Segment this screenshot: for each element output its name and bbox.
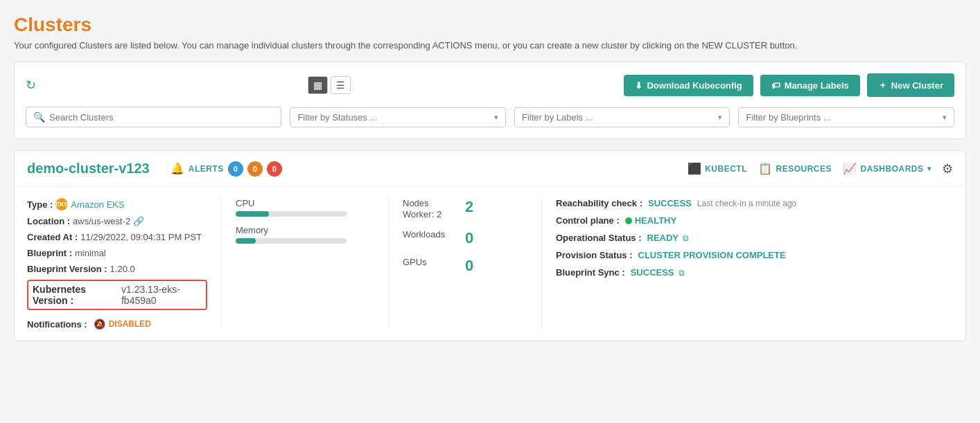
cluster-actions: ⬛ KUBECTL 📋 RESOURCES 📈 DASHBOARDS ▾ ⚙ — [688, 161, 953, 177]
page-title: Clusters — [14, 14, 966, 36]
notification-off-icon: 🔕 — [94, 318, 105, 330]
cluster-info-col: Type : EKS Amazon EKS Location : aws/us-… — [27, 198, 207, 330]
operational-status-row: Operational Status : READY ⧉ — [556, 233, 953, 243]
grid-view-icon: ▦ — [313, 80, 322, 91]
memory-metric: Memory — [236, 225, 374, 244]
k8s-version-row: Kubernetes Version : v1.23.13-eks-fb459a… — [27, 280, 207, 310]
alert-badge-orange[interactable]: 0 — [247, 161, 263, 177]
alerts-label: ALERTS — [189, 164, 224, 174]
list-view-button[interactable]: ☰ — [331, 76, 351, 94]
cluster-name: demo-cluster-v123 — [27, 161, 150, 177]
memory-progress-bar — [236, 238, 347, 244]
plus-icon: ＋ — [878, 79, 887, 91]
blueprint-sync-row: Blueprint Sync : SUCCESS ⧉ — [556, 267, 953, 278]
blueprint-row: Blueprint : minimal — [27, 248, 207, 258]
manage-labels-button[interactable]: 🏷 Manage Labels — [760, 75, 860, 96]
stats-section: Nodes Worker: 2 2 Workloads 0 GPUs 0 — [403, 198, 527, 275]
location-row: Location : aws/us-west-2 🔗 — [27, 216, 207, 226]
controls-card: ↻ ▦ ☰ ⬇ Download Kubeconfig 🏷 Manage Lab… — [14, 62, 966, 139]
search-icon: 🔍 — [33, 111, 45, 123]
chevron-down-icon: ▾ — [943, 113, 947, 122]
chevron-down-icon: ▾ — [494, 113, 498, 122]
divider-2 — [388, 198, 389, 330]
list-view-icon: ☰ — [336, 80, 345, 91]
cluster-status-col: Reachability check : SUCCESS Last check-… — [556, 198, 953, 330]
settings-icon[interactable]: ⚙ — [942, 161, 953, 177]
cluster-stats-col: Nodes Worker: 2 2 Workloads 0 GPUs 0 — [403, 198, 527, 330]
provision-status-row: Provision Status : CLUSTER PROVISION COM… — [556, 250, 953, 260]
cluster-card: demo-cluster-v123 🔔 ALERTS 0 0 0 ⬛ KUBEC… — [14, 150, 966, 341]
chart-icon: 📈 — [843, 162, 857, 175]
divider-3 — [541, 198, 542, 330]
memory-progress-fill — [236, 238, 256, 244]
labels-filter[interactable]: Filter by Labels ... ▾ — [514, 107, 730, 127]
chevron-down-icon: ▾ — [927, 165, 931, 172]
cpu-progress-fill — [236, 211, 269, 217]
blueprint-sync-link-icon[interactable]: ⧉ — [679, 268, 685, 278]
new-cluster-button[interactable]: ＋ New Cluster — [867, 73, 954, 97]
bell-icon: 🔔 — [170, 162, 184, 175]
terminal-icon: ⬛ — [688, 162, 702, 175]
operational-status-link-icon[interactable]: ⧉ — [683, 233, 689, 243]
kubectl-link[interactable]: ⬛ KUBECTL — [688, 162, 747, 175]
nodes-stat: Nodes Worker: 2 2 — [403, 198, 527, 219]
resources-link[interactable]: 📋 RESOURCES — [758, 162, 832, 175]
blueprints-filter[interactable]: Filter by Blueprints ... ▾ — [738, 107, 954, 127]
download-kubeconfig-button[interactable]: ⬇ Download Kubeconfig — [624, 75, 753, 96]
page-subtitle: Your configured Clusters are listed belo… — [14, 40, 966, 51]
divider-1 — [221, 198, 222, 330]
grid-view-button[interactable]: ▦ — [308, 76, 328, 94]
alert-badge-blue[interactable]: 0 — [228, 161, 243, 177]
status-section: Reachability check : SUCCESS Last check-… — [556, 198, 953, 278]
alert-badge-red[interactable]: 0 — [267, 161, 282, 177]
search-box[interactable]: 🔍 — [26, 107, 281, 127]
cpu-progress-bar — [236, 211, 347, 217]
location-link-icon[interactable]: 🔗 — [133, 216, 144, 226]
reachability-row: Reachability check : SUCCESS Last check-… — [556, 198, 953, 208]
download-icon: ⬇ — [635, 80, 642, 91]
status-filter[interactable]: Filter by Statuses ... ▾ — [290, 107, 506, 127]
eks-icon: EKS — [55, 198, 68, 210]
cluster-body: Type : EKS Amazon EKS Location : aws/us-… — [15, 187, 965, 341]
chevron-down-icon: ▾ — [718, 113, 722, 122]
workloads-stat: Workloads 0 — [403, 229, 527, 247]
control-plane-row: Control plane : HEALTHY — [556, 215, 953, 226]
cluster-header: demo-cluster-v123 🔔 ALERTS 0 0 0 ⬛ KUBEC… — [15, 151, 965, 187]
refresh-button[interactable]: ↻ — [26, 78, 36, 93]
health-dot — [625, 217, 632, 224]
resources-icon: 📋 — [758, 162, 773, 175]
created-row: Created At : 11/29/2022, 09:04:31 PM PST — [27, 232, 207, 242]
bp-version-row: Blueprint Version : 1.20.0 — [27, 264, 207, 274]
cluster-metrics-col: CPU Memory — [236, 198, 374, 330]
search-input[interactable] — [49, 112, 274, 123]
type-row: Type : EKS Amazon EKS — [27, 198, 207, 210]
alerts-section: 🔔 ALERTS 0 0 0 — [170, 161, 282, 177]
notifications-row: Notifications : 🔕 DISABLED — [27, 318, 207, 330]
dashboards-link[interactable]: 📈 DASHBOARDS ▾ — [843, 162, 931, 175]
gpus-stat: GPUs 0 — [403, 257, 527, 275]
tag-icon: 🏷 — [771, 80, 780, 91]
filters-row: 🔍 Filter by Statuses ... ▾ Filter by Lab… — [26, 107, 954, 127]
view-toggle: ▦ ☰ — [308, 76, 351, 94]
cpu-metric: CPU — [236, 198, 374, 217]
toolbar: ↻ ▦ ☰ ⬇ Download Kubeconfig 🏷 Manage Lab… — [26, 73, 954, 97]
